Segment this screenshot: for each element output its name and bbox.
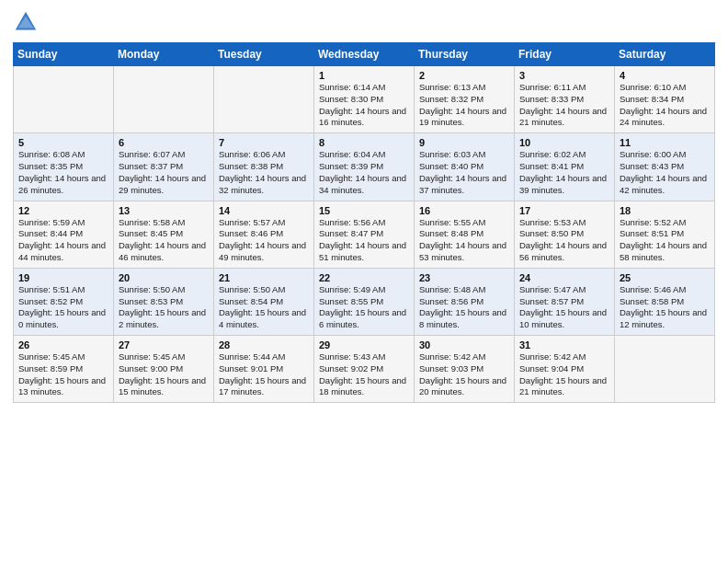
day-number: 15 [319, 205, 409, 216]
calendar-cell: 25Sunrise: 5:46 AMSunset: 8:58 PMDayligh… [615, 268, 715, 335]
day-number: 11 [620, 137, 710, 148]
calendar-week-4: 19Sunrise: 5:51 AMSunset: 8:52 PMDayligh… [14, 268, 715, 335]
calendar-cell [114, 66, 214, 133]
header [13, 9, 715, 35]
calendar-cell: 11Sunrise: 6:00 AMSunset: 8:43 PMDayligh… [615, 133, 715, 201]
calendar-cell: 16Sunrise: 5:55 AMSunset: 8:48 PMDayligh… [415, 201, 515, 268]
calendar-cell: 23Sunrise: 5:48 AMSunset: 8:56 PMDayligh… [415, 268, 515, 335]
calendar-cell: 5Sunrise: 6:08 AMSunset: 8:35 PMDaylight… [14, 133, 114, 201]
day-info: Sunrise: 5:56 AMSunset: 8:47 PMDaylight:… [319, 217, 409, 264]
weekday-header-sunday: Sunday [14, 43, 114, 66]
calendar-cell: 7Sunrise: 6:06 AMSunset: 8:38 PMDaylight… [214, 133, 314, 201]
day-number: 1 [319, 70, 409, 81]
weekday-header-thursday: Thursday [415, 43, 515, 66]
calendar-cell: 21Sunrise: 5:50 AMSunset: 8:54 PMDayligh… [214, 268, 314, 335]
day-info: Sunrise: 6:13 AMSunset: 8:32 PMDaylight:… [419, 82, 509, 129]
calendar-cell [615, 336, 715, 403]
day-info: Sunrise: 5:42 AMSunset: 9:04 PMDaylight:… [519, 351, 609, 398]
calendar-cell: 10Sunrise: 6:02 AMSunset: 8:41 PMDayligh… [515, 133, 615, 201]
day-number: 4 [620, 70, 710, 81]
calendar-cell: 1Sunrise: 6:14 AMSunset: 8:30 PMDaylight… [314, 66, 415, 133]
weekday-header-saturday: Saturday [615, 43, 715, 66]
day-info: Sunrise: 6:03 AMSunset: 8:40 PMDaylight:… [419, 149, 509, 196]
calendar-cell: 17Sunrise: 5:53 AMSunset: 8:50 PMDayligh… [515, 201, 615, 268]
day-number: 18 [620, 205, 710, 216]
day-number: 12 [18, 205, 108, 216]
day-info: Sunrise: 5:42 AMSunset: 9:03 PMDaylight:… [419, 351, 509, 398]
calendar-cell: 12Sunrise: 5:59 AMSunset: 8:44 PMDayligh… [14, 201, 114, 268]
day-info: Sunrise: 5:45 AMSunset: 8:59 PMDaylight:… [18, 351, 108, 398]
logo-icon [13, 9, 39, 35]
day-info: Sunrise: 6:06 AMSunset: 8:38 PMDaylight:… [219, 149, 309, 196]
page: SundayMondayTuesdayWednesdayThursdayFrid… [0, 0, 728, 563]
day-number: 21 [219, 272, 309, 283]
calendar-cell: 15Sunrise: 5:56 AMSunset: 8:47 PMDayligh… [314, 201, 415, 268]
calendar-cell [14, 66, 114, 133]
day-number: 7 [219, 137, 309, 148]
calendar-cell: 22Sunrise: 5:49 AMSunset: 8:55 PMDayligh… [314, 268, 415, 335]
day-info: Sunrise: 5:52 AMSunset: 8:51 PMDaylight:… [620, 217, 710, 264]
calendar-cell: 20Sunrise: 5:50 AMSunset: 8:53 PMDayligh… [114, 268, 214, 335]
day-number: 29 [319, 339, 409, 350]
calendar-header: SundayMondayTuesdayWednesdayThursdayFrid… [14, 43, 715, 66]
logo [13, 9, 42, 35]
calendar-cell: 28Sunrise: 5:44 AMSunset: 9:01 PMDayligh… [214, 336, 314, 403]
day-info: Sunrise: 6:11 AMSunset: 8:33 PMDaylight:… [519, 82, 609, 129]
day-info: Sunrise: 6:04 AMSunset: 8:39 PMDaylight:… [319, 149, 409, 196]
day-info: Sunrise: 5:47 AMSunset: 8:57 PMDaylight:… [519, 284, 609, 331]
day-info: Sunrise: 5:55 AMSunset: 8:48 PMDaylight:… [419, 217, 509, 264]
calendar-cell: 14Sunrise: 5:57 AMSunset: 8:46 PMDayligh… [214, 201, 314, 268]
calendar-cell: 2Sunrise: 6:13 AMSunset: 8:32 PMDaylight… [415, 66, 515, 133]
day-info: Sunrise: 6:07 AMSunset: 8:37 PMDaylight:… [119, 149, 209, 196]
day-number: 5 [18, 137, 108, 148]
day-info: Sunrise: 6:10 AMSunset: 8:34 PMDaylight:… [620, 82, 710, 129]
calendar-cell: 30Sunrise: 5:42 AMSunset: 9:03 PMDayligh… [415, 336, 515, 403]
day-info: Sunrise: 6:00 AMSunset: 8:43 PMDaylight:… [620, 149, 710, 196]
calendar-table: SundayMondayTuesdayWednesdayThursdayFrid… [13, 42, 715, 403]
day-number: 10 [519, 137, 609, 148]
day-number: 14 [219, 205, 309, 216]
day-info: Sunrise: 6:14 AMSunset: 8:30 PMDaylight:… [319, 82, 409, 129]
day-number: 6 [119, 137, 209, 148]
day-info: Sunrise: 5:59 AMSunset: 8:44 PMDaylight:… [18, 217, 108, 264]
weekday-row: SundayMondayTuesdayWednesdayThursdayFrid… [14, 43, 715, 66]
calendar-cell: 3Sunrise: 6:11 AMSunset: 8:33 PMDaylight… [515, 66, 615, 133]
day-number: 19 [18, 272, 108, 283]
day-info: Sunrise: 5:45 AMSunset: 9:00 PMDaylight:… [119, 351, 209, 398]
day-info: Sunrise: 5:48 AMSunset: 8:56 PMDaylight:… [419, 284, 509, 331]
day-number: 17 [519, 205, 609, 216]
calendar-cell: 29Sunrise: 5:43 AMSunset: 9:02 PMDayligh… [314, 336, 415, 403]
day-number: 9 [419, 137, 509, 148]
day-number: 23 [419, 272, 509, 283]
day-info: Sunrise: 5:50 AMSunset: 8:54 PMDaylight:… [219, 284, 309, 331]
day-info: Sunrise: 5:51 AMSunset: 8:52 PMDaylight:… [18, 284, 108, 331]
day-number: 20 [119, 272, 209, 283]
day-info: Sunrise: 5:46 AMSunset: 8:58 PMDaylight:… [620, 284, 710, 331]
day-number: 25 [620, 272, 710, 283]
calendar-week-5: 26Sunrise: 5:45 AMSunset: 8:59 PMDayligh… [14, 336, 715, 403]
day-number: 8 [319, 137, 409, 148]
calendar-cell: 6Sunrise: 6:07 AMSunset: 8:37 PMDaylight… [114, 133, 214, 201]
day-number: 13 [119, 205, 209, 216]
day-info: Sunrise: 5:58 AMSunset: 8:45 PMDaylight:… [119, 217, 209, 264]
day-number: 22 [319, 272, 409, 283]
day-number: 2 [419, 70, 509, 81]
day-number: 3 [519, 70, 609, 81]
calendar-cell: 4Sunrise: 6:10 AMSunset: 8:34 PMDaylight… [615, 66, 715, 133]
day-number: 30 [419, 339, 509, 350]
day-info: Sunrise: 5:53 AMSunset: 8:50 PMDaylight:… [519, 217, 609, 264]
calendar-week-3: 12Sunrise: 5:59 AMSunset: 8:44 PMDayligh… [14, 201, 715, 268]
calendar-body: 1Sunrise: 6:14 AMSunset: 8:30 PMDaylight… [14, 66, 715, 403]
calendar-cell: 27Sunrise: 5:45 AMSunset: 9:00 PMDayligh… [114, 336, 214, 403]
day-info: Sunrise: 5:50 AMSunset: 8:53 PMDaylight:… [119, 284, 209, 331]
weekday-header-tuesday: Tuesday [214, 43, 314, 66]
weekday-header-wednesday: Wednesday [314, 43, 415, 66]
calendar-cell: 8Sunrise: 6:04 AMSunset: 8:39 PMDaylight… [314, 133, 415, 201]
calendar-cell: 24Sunrise: 5:47 AMSunset: 8:57 PMDayligh… [515, 268, 615, 335]
day-info: Sunrise: 5:57 AMSunset: 8:46 PMDaylight:… [219, 217, 309, 264]
calendar-week-2: 5Sunrise: 6:08 AMSunset: 8:35 PMDaylight… [14, 133, 715, 201]
calendar-cell [214, 66, 314, 133]
day-number: 27 [119, 339, 209, 350]
calendar-cell: 31Sunrise: 5:42 AMSunset: 9:04 PMDayligh… [515, 336, 615, 403]
day-info: Sunrise: 6:08 AMSunset: 8:35 PMDaylight:… [18, 149, 108, 196]
